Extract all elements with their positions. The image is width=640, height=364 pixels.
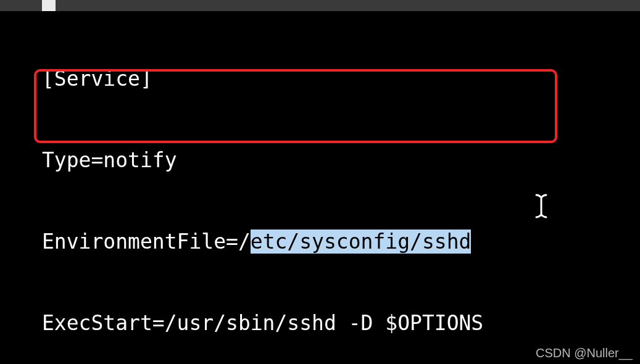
env-prefix: EnvironmentFile=/: [42, 230, 251, 254]
terminal-content[interactable]: [Service] Type=notify EnvironmentFile=/e…: [42, 11, 483, 364]
line-type: Type=notify: [42, 147, 483, 174]
editor-title-bar: [0, 0, 640, 11]
cursor-block-top: [42, 0, 56, 11]
text-cursor-icon: [534, 194, 548, 218]
line-environment-file: EnvironmentFile=/etc/sysconfig/sshd: [42, 228, 483, 255]
env-highlighted-path[interactable]: etc/sysconfig/sshd: [251, 230, 472, 254]
line-exec-start: ExecStart=/usr/sbin/sshd -D $OPTIONS: [42, 310, 483, 337]
line-service-header: [Service]: [42, 65, 483, 93]
watermark-text: CSDN @Nuller__: [536, 346, 633, 360]
